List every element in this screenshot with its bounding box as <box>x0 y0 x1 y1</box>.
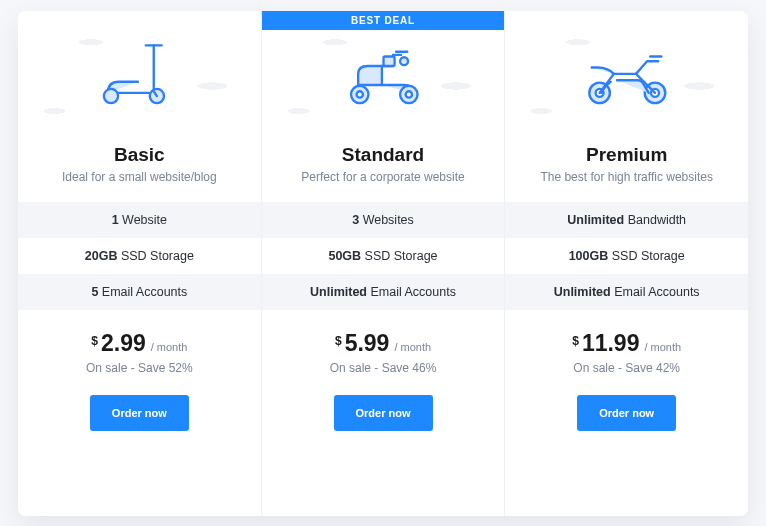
plan-icon-area <box>505 11 748 136</box>
plan-basic: Basic Ideal for a small website/blog 1 W… <box>18 11 262 516</box>
amount: 5.99 <box>345 330 390 357</box>
plan-icon-area <box>262 11 505 136</box>
order-button[interactable]: Order now <box>334 395 433 431</box>
plan-features: 1 Website 20GB SSD Storage 5 Email Accou… <box>18 202 261 310</box>
motorcycle-icon <box>579 34 674 113</box>
currency: $ <box>335 334 342 348</box>
moped-icon <box>336 34 431 113</box>
cta-area: Order now <box>18 381 261 453</box>
feature-row: 100GB SSD Storage <box>505 238 748 274</box>
plan-subtitle: The best for high traffic websites <box>515 170 738 184</box>
period: / month <box>151 341 188 353</box>
sale-text: On sale - Save 42% <box>515 361 738 375</box>
plan-premium: Premium The best for high traffic websit… <box>505 11 748 516</box>
period: / month <box>394 341 431 353</box>
currency: $ <box>572 334 579 348</box>
svg-point-8 <box>356 91 362 97</box>
feature-row: 50GB SSD Storage <box>262 238 505 274</box>
svg-point-11 <box>400 57 408 65</box>
amount: 11.99 <box>582 330 640 357</box>
feature-row: 1 Website <box>18 202 261 238</box>
svg-point-10 <box>405 91 411 97</box>
plan-header: Standard Perfect for a corporate website <box>262 136 505 202</box>
plan-header: Basic Ideal for a small website/blog <box>18 136 261 202</box>
feature-row: Unlimited Email Accounts <box>505 274 748 310</box>
plan-title: Standard <box>272 144 495 166</box>
plan-subtitle: Ideal for a small website/blog <box>28 170 251 184</box>
plan-standard: BEST DEAL Standard Perfect for <box>262 11 506 516</box>
plan-price: $ 11.99 / month On sale - Save 42% <box>505 310 748 381</box>
plan-title: Basic <box>28 144 251 166</box>
feature-row: 20GB SSD Storage <box>18 238 261 274</box>
order-button[interactable]: Order now <box>577 395 676 431</box>
scooter-icon <box>92 34 187 113</box>
feature-row: Unlimited Bandwidth <box>505 202 748 238</box>
feature-row: 3 Websites <box>262 202 505 238</box>
plan-price: $ 5.99 / month On sale - Save 46% <box>262 310 505 381</box>
svg-rect-6 <box>383 56 394 66</box>
plan-icon-area <box>18 11 261 136</box>
amount: 2.99 <box>101 330 146 357</box>
plan-header: Premium The best for high traffic websit… <box>505 136 748 202</box>
plan-features: Unlimited Bandwidth 100GB SSD Storage Un… <box>505 202 748 310</box>
plan-features: 3 Websites 50GB SSD Storage Unlimited Em… <box>262 202 505 310</box>
plan-title: Premium <box>515 144 738 166</box>
sale-text: On sale - Save 52% <box>28 361 251 375</box>
feature-row: 5 Email Accounts <box>18 274 261 310</box>
feature-row: Unlimited Email Accounts <box>262 274 505 310</box>
cta-area: Order now <box>262 381 505 453</box>
sale-text: On sale - Save 46% <box>272 361 495 375</box>
currency: $ <box>91 334 98 348</box>
order-button[interactable]: Order now <box>90 395 189 431</box>
svg-point-2 <box>104 88 118 102</box>
plan-subtitle: Perfect for a corporate website <box>272 170 495 184</box>
pricing-table: Basic Ideal for a small website/blog 1 W… <box>18 11 748 516</box>
plan-price: $ 2.99 / month On sale - Save 52% <box>18 310 261 381</box>
period: / month <box>644 341 681 353</box>
cta-area: Order now <box>505 381 748 453</box>
